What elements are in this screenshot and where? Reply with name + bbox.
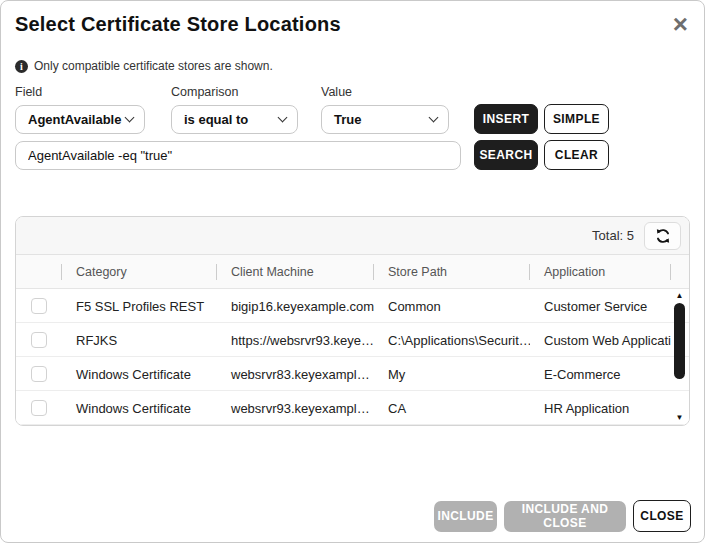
application-cell: Customer Service <box>530 299 671 314</box>
category-cell: Windows Certificate <box>62 367 217 382</box>
row-checkbox[interactable] <box>31 366 47 382</box>
header-store-path[interactable]: Store Path <box>374 255 530 289</box>
include-button[interactable]: INCLUDE <box>434 501 497 532</box>
row-checkbox[interactable] <box>31 400 47 416</box>
value-label: Value <box>321 85 474 99</box>
table-toolbar: Total: 5 <box>16 217 689 255</box>
chevron-down-icon <box>125 113 135 123</box>
row-checkbox[interactable] <box>31 298 47 314</box>
store-path-cell: My <box>374 367 530 382</box>
comparison-label: Comparison <box>171 85 321 99</box>
client-machine-cell: websrvr83.keyexampl… <box>217 367 374 382</box>
refresh-button[interactable] <box>644 222 681 250</box>
header-application[interactable]: Application <box>530 255 671 289</box>
close-button[interactable]: CLOSE <box>633 500 691 532</box>
info-banner: i Only compatible certificate stores are… <box>15 59 704 73</box>
category-cell: RFJKS <box>62 333 217 348</box>
table-row[interactable]: Windows Certificate websrvr83.keyexampl…… <box>16 357 689 391</box>
dialog-title: Select Certificate Store Locations <box>15 13 341 36</box>
store-path-cell: C:\Applications\Securit… <box>374 333 530 348</box>
header-checkbox-spacer <box>16 255 62 289</box>
table-row[interactable]: F5 SSL Profiles REST bigip16.keyexample.… <box>16 289 689 323</box>
comparison-group: Comparison is equal to <box>171 85 321 134</box>
application-cell: HR Application <box>530 401 671 416</box>
dialog-footer: INCLUDE INCLUDE AND CLOSE CLOSE <box>434 500 691 532</box>
category-cell: F5 SSL Profiles REST <box>62 299 217 314</box>
category-cell: Windows Certificate <box>62 401 217 416</box>
client-machine-cell: https://websrvr93.keye… <box>217 333 374 348</box>
search-button[interactable]: SEARCH <box>474 140 538 170</box>
field-group: Field AgentAvailable <box>15 85 171 134</box>
client-machine-cell: bigip16.keyexample.com <box>217 299 374 314</box>
store-path-cell: CA <box>374 401 530 416</box>
field-select[interactable]: AgentAvailable <box>15 105 145 134</box>
query-input[interactable] <box>15 141 461 170</box>
info-icon: i <box>15 60 28 73</box>
scrollbar-thumb[interactable] <box>674 303 685 379</box>
total-count: Total: 5 <box>592 228 634 243</box>
value-group: Value True <box>321 85 474 134</box>
scroll-up-icon[interactable]: ▲ <box>676 291 684 301</box>
value-select-value: True <box>334 112 361 127</box>
include-and-close-button[interactable]: INCLUDE AND CLOSE <box>504 501 626 532</box>
comparison-select-value: is equal to <box>184 112 248 127</box>
close-icon[interactable]: × <box>673 13 688 35</box>
scroll-down-icon[interactable]: ▼ <box>676 413 684 423</box>
results-table-card: Total: 5 Category Client Machine Store P… <box>15 216 690 426</box>
clear-button[interactable]: CLEAR <box>544 140 609 170</box>
field-label: Field <box>15 85 171 99</box>
header-client-machine[interactable]: Client Machine <box>217 255 374 289</box>
row-checkbox[interactable] <box>31 332 47 348</box>
application-cell: Custom Web Application <box>530 333 671 348</box>
header-category[interactable]: Category <box>62 255 217 289</box>
simple-button[interactable]: SIMPLE <box>544 104 609 134</box>
application-cell: E-Commerce <box>530 367 671 382</box>
dialog-header: Select Certificate Store Locations × <box>1 1 704 36</box>
table-row[interactable]: Windows Certificate websrvr93.keyexampl…… <box>16 391 689 425</box>
chevron-down-icon <box>429 113 439 123</box>
info-text: Only compatible certificate stores are s… <box>34 59 273 73</box>
value-select[interactable]: True <box>321 105 449 134</box>
vertical-scrollbar[interactable]: ▲ ▼ <box>673 291 686 423</box>
client-machine-cell: websrvr93.keyexampl… <box>217 401 374 416</box>
store-path-cell: Common <box>374 299 530 314</box>
table-row[interactable]: RFJKS https://websrvr93.keye… C:\Applica… <box>16 323 689 357</box>
table-body: F5 SSL Profiles REST bigip16.keyexample.… <box>16 289 689 425</box>
search-row: SEARCH CLEAR <box>15 140 690 170</box>
filter-row: Field AgentAvailable Comparison is equal… <box>15 85 690 134</box>
chevron-down-icon <box>278 113 288 123</box>
table-header-row: Category Client Machine Store Path Appli… <box>16 255 689 289</box>
field-select-value: AgentAvailable <box>28 112 121 127</box>
comparison-select[interactable]: is equal to <box>171 105 298 134</box>
refresh-icon <box>654 227 672 245</box>
certificate-store-dialog: Select Certificate Store Locations × i O… <box>0 0 705 543</box>
insert-button[interactable]: INSERT <box>474 104 538 134</box>
